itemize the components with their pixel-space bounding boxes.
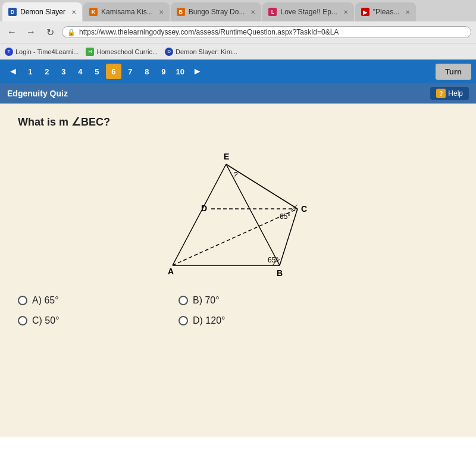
label-a: A (168, 267, 174, 276)
angle-label-c: 65° (280, 212, 290, 221)
bookmark-label-2: Homeschool Curric... (96, 48, 158, 55)
answer-label-c: C) 50° (32, 315, 60, 326)
tab-favicon-2: K (89, 8, 98, 16)
radio-d[interactable] (178, 316, 188, 325)
quiz-content: What is m ∠BEC? E (0, 104, 476, 437)
page-nav-bar: ◄ 1 2 3 4 5 6 7 8 9 10 ► Turn (0, 60, 476, 83)
label-e: E (224, 152, 229, 161)
svg-line-6 (173, 209, 298, 265)
address-box[interactable]: 🔒 https://www.thelearningodyssey.com/ass… (62, 26, 471, 38)
page-num-2[interactable]: 2 (39, 64, 55, 79)
page-num-7[interactable]: 7 (123, 64, 138, 79)
label-d: D (201, 203, 207, 213)
tab-youtube[interactable]: ▶ "Pleas... ✕ (355, 2, 416, 21)
answer-label-a: A) 65° (32, 295, 59, 306)
reload-button[interactable]: ↻ (43, 25, 57, 39)
page-num-9[interactable]: 9 (156, 64, 171, 79)
bookmarks-bar: T Login - Time4Learni... H Homeschool Cu… (0, 43, 476, 60)
page-numbers: ◄ 1 2 3 4 5 6 7 8 9 10 ► (5, 64, 206, 79)
tab-demon-slayer[interactable]: D Demon Slayer ✕ (2, 2, 82, 21)
tab-favicon-3: B (177, 8, 185, 16)
answer-option-d[interactable]: D) 120° (178, 315, 315, 326)
tab-close-5[interactable]: ✕ (405, 9, 410, 15)
tab-kamisama[interactable]: K Kamisama Kis... ✕ (83, 2, 170, 21)
tab-favicon-5: ▶ (361, 8, 369, 16)
bookmark-favicon-1: T (5, 48, 13, 56)
tab-label-5: "Pleas... (373, 8, 399, 16)
question-text: What is m ∠BEC? (18, 115, 458, 129)
tab-close-2[interactable]: ✕ (159, 9, 164, 15)
quiz-header: Edgenuity Quiz ? Help (0, 83, 476, 104)
address-bar-row: ← → ↻ 🔒 https://www.thelearningodyssey.c… (0, 21, 476, 43)
radio-a[interactable] (18, 296, 27, 305)
tab-label-2: Kamisama Kis... (101, 8, 153, 16)
bookmark-label-1: Login - Time4Learni... (15, 48, 79, 55)
url-text: https://www.thelearningodyssey.com/asses… (79, 28, 339, 36)
help-icon: ? (436, 89, 446, 98)
tab-close-4[interactable]: ✕ (343, 9, 348, 15)
page-num-3[interactable]: 3 (56, 64, 71, 79)
prev-page-button[interactable]: ◄ (5, 65, 21, 78)
answer-option-c[interactable]: C) 50° (18, 315, 155, 326)
svg-line-2 (226, 164, 280, 265)
tab-love-stage[interactable]: L Love Stage!! Ep... ✕ (262, 2, 353, 21)
tab-label-1: Demon Slayer (20, 8, 65, 16)
tab-close-1[interactable]: ✕ (71, 9, 76, 15)
bookmark-time4learn[interactable]: T Login - Time4Learni... (5, 48, 79, 56)
bookmark-favicon-3: D (165, 48, 173, 56)
label-question: ? (233, 170, 238, 179)
page-num-5[interactable]: 5 (89, 64, 105, 79)
page-num-6[interactable]: 6 (106, 64, 121, 79)
help-button[interactable]: ? Help (430, 87, 469, 100)
tab-label-4: Love Stage!! Ep... (280, 8, 337, 16)
quiz-title: Edgenuity Quiz (7, 89, 68, 98)
page-num-1[interactable]: 1 (23, 64, 38, 79)
geometry-diagram: E ? D C A B 65° 65° (167, 140, 321, 277)
tab-bar: D Demon Slayer ✕ K Kamisama Kis... ✕ B B… (0, 0, 476, 21)
answer-grid: A) 65° B) 70° C) 50° D) 120° (18, 295, 315, 326)
answer-option-b[interactable]: B) 70° (178, 295, 315, 306)
tab-close-3[interactable]: ✕ (250, 9, 255, 15)
answer-option-a[interactable]: A) 65° (18, 295, 155, 306)
bookmark-label-3: Demon Slayer: Kim... (176, 48, 237, 55)
radio-c[interactable] (18, 316, 27, 325)
answer-label-d: D) 120° (193, 315, 225, 326)
forward-button[interactable]: → (24, 25, 38, 39)
angle-label-b: 65° (268, 256, 278, 264)
bookmark-favicon-2: H (86, 48, 94, 56)
help-label: Help (448, 89, 463, 98)
turn-button[interactable]: Turn (436, 64, 471, 80)
tab-bungo[interactable]: B Bungo Stray Do... ✕ (171, 2, 262, 21)
diagram-container: E ? D C A B 65° 65° (30, 140, 458, 277)
page-num-10[interactable]: 10 (173, 64, 188, 79)
bookmark-homeschool[interactable]: H Homeschool Curric... (86, 48, 158, 56)
bookmark-demon-slayer[interactable]: D Demon Slayer: Kim... (165, 48, 237, 56)
radio-b[interactable] (178, 296, 188, 305)
next-page-button[interactable]: ► (189, 65, 206, 78)
tab-label-3: Bungo Stray Do... (189, 8, 245, 16)
tab-favicon-4: L (268, 8, 277, 16)
lock-icon: 🔒 (67, 29, 76, 36)
answer-label-b: B) 70° (193, 295, 220, 306)
page-num-8[interactable]: 8 (139, 64, 155, 79)
tab-favicon-1: D (8, 8, 17, 16)
page-num-4[interactable]: 4 (73, 64, 88, 79)
svg-line-1 (173, 164, 226, 265)
label-c: C (301, 204, 307, 214)
back-button[interactable]: ← (5, 25, 19, 39)
label-b: B (277, 268, 283, 277)
